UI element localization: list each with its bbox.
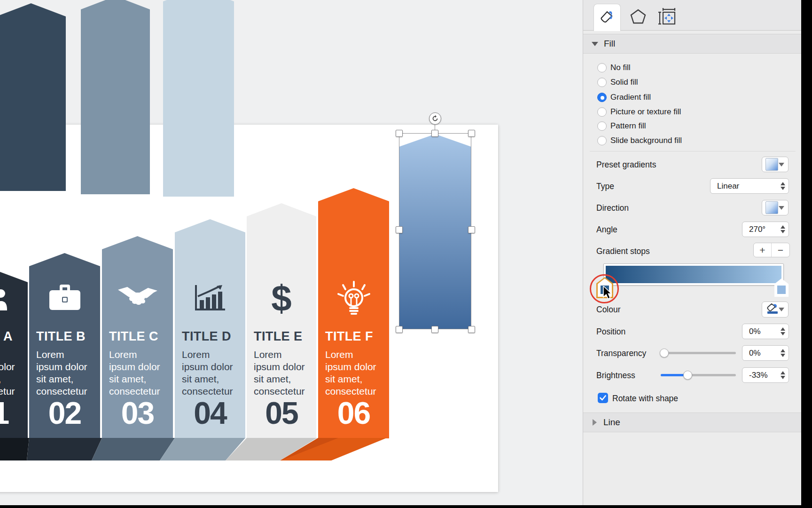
- letterbox-right: [801, 0, 812, 508]
- fill-format-icon: [598, 8, 616, 28]
- brightness-value: -33%: [749, 371, 768, 380]
- tab-size-position[interactable]: [656, 7, 678, 28]
- type-dropdown[interactable]: Linear: [710, 178, 789, 194]
- stepper-arrows[interactable]: [781, 222, 785, 237]
- radio-pattern-fill[interactable]: Pattern fill: [597, 120, 646, 132]
- radio-button[interactable]: [597, 63, 607, 72]
- angle-label: Angle: [596, 225, 617, 235]
- resize-handle-mid-right[interactable]: [468, 226, 475, 233]
- fill-section-title: Fill: [604, 39, 615, 49]
- shape-tall-banner-3[interactable]: [163, 0, 234, 197]
- add-stop-button[interactable]: +: [754, 243, 772, 257]
- transparency-input[interactable]: 0%: [742, 345, 789, 361]
- shape-banner-f[interactable]: [318, 188, 389, 438]
- shape-banner-a[interactable]: [0, 269, 28, 438]
- shape-tall-banner-2[interactable]: [81, 0, 150, 194]
- radio-solid-fill[interactable]: Solid fill: [597, 77, 638, 88]
- radio-slide-background-fill[interactable]: Slide background fill: [597, 135, 682, 146]
- transparency-slider[interactable]: [661, 352, 736, 354]
- chevron-down-icon: [779, 206, 784, 210]
- resize-handle-mid-left[interactable]: [396, 226, 403, 233]
- rotate-with-shape-checkbox[interactable]: [598, 393, 608, 403]
- chevron-down-icon: [779, 163, 784, 167]
- position-input[interactable]: 0%: [742, 324, 789, 339]
- resize-handle-top-left[interactable]: [396, 130, 403, 137]
- gradient-bar[interactable]: [603, 263, 784, 286]
- colour-picker-button[interactable]: [762, 302, 789, 318]
- gradient-stop-100[interactable]: [774, 278, 789, 297]
- tab-fill-format[interactable]: [593, 4, 621, 31]
- size-position-icon: [658, 8, 677, 27]
- type-label: Type: [596, 182, 614, 191]
- radio-no-fill[interactable]: No fill: [597, 62, 631, 73]
- gradient-swatch: [765, 201, 778, 214]
- brightness-input[interactable]: -33%: [742, 367, 789, 383]
- transparency-value: 0%: [749, 349, 761, 358]
- radio-button[interactable]: [597, 107, 607, 117]
- shape-tall-banner-1[interactable]: [0, 3, 66, 191]
- chevron-right-icon: [593, 419, 597, 426]
- radio-gradient-fill[interactable]: Gradient fill: [597, 92, 651, 103]
- panel-tab-bar: [583, 0, 801, 31]
- mouse-cursor: [602, 286, 615, 301]
- fill-section-header[interactable]: Fill: [583, 34, 801, 54]
- position-value: 0%: [749, 327, 761, 336]
- angle-value: 270°: [749, 225, 765, 234]
- stepper-arrows[interactable]: [781, 346, 785, 360]
- radio-button[interactable]: [597, 121, 607, 131]
- rotation-handle[interactable]: [429, 112, 441, 125]
- angle-input[interactable]: 270°: [742, 222, 789, 237]
- line-section-header[interactable]: Line: [583, 413, 801, 432]
- rotate-with-shape-label: Rotate with shape: [612, 394, 678, 404]
- position-label: Position: [596, 327, 625, 337]
- selection-outline: [399, 133, 471, 329]
- tab-shape-format[interactable]: [627, 7, 649, 28]
- shape-banner-d[interactable]: [175, 219, 245, 438]
- brightness-slider-thumb[interactable]: [683, 371, 692, 380]
- transparency-slider-thumb[interactable]: [660, 349, 669, 357]
- stepper-arrows[interactable]: [781, 179, 785, 193]
- divider: [590, 151, 796, 151]
- resize-handle-bottom-left[interactable]: [396, 326, 403, 333]
- app-window: TITLE A Loremipsum dolor sit amet,consec…: [0, 0, 812, 508]
- stepper-arrows[interactable]: [781, 368, 785, 382]
- preset-gradients-label: Preset gradients: [596, 160, 656, 170]
- shape-banner-c[interactable]: [102, 236, 173, 438]
- shape-banner-b[interactable]: [29, 253, 100, 438]
- remove-stop-button[interactable]: −: [772, 243, 789, 257]
- paint-bucket-icon: [766, 303, 780, 317]
- transparency-label: Transparency: [596, 349, 646, 358]
- radio-picture-fill[interactable]: Picture or texture fill: [597, 106, 681, 118]
- gradient-stops-label: Gradient stops: [596, 246, 650, 256]
- brightness-label: Brightness: [596, 371, 635, 381]
- shape-format-icon: [630, 8, 647, 27]
- resize-handle-bottom-center[interactable]: [431, 326, 438, 333]
- radio-button-selected[interactable]: [597, 93, 607, 102]
- letterbox-bottom: [0, 505, 812, 508]
- resize-handle-top-right[interactable]: [468, 130, 475, 137]
- resize-handle-bottom-right[interactable]: [468, 326, 475, 333]
- gradient-swatch: [765, 158, 778, 171]
- gradient-stop-buttons: + −: [753, 243, 790, 257]
- colour-label: Colour: [596, 305, 621, 315]
- resize-handle-top-center[interactable]: [431, 130, 438, 137]
- chevron-down-icon: [592, 42, 598, 46]
- radio-button[interactable]: [597, 78, 607, 87]
- direction-label: Direction: [596, 203, 629, 213]
- direction-dropdown[interactable]: [762, 200, 789, 215]
- chevron-down-icon: [779, 308, 784, 311]
- line-section-title: Line: [603, 417, 620, 428]
- radio-button[interactable]: [597, 136, 607, 145]
- gradient-bar-preview: [606, 266, 781, 283]
- preset-gradients-dropdown[interactable]: [762, 157, 789, 172]
- format-panel: Fill No fill Solid fill Gradient fill Pi…: [583, 0, 801, 508]
- type-value: Linear: [717, 182, 739, 191]
- banner-folds: [0, 438, 395, 461]
- stop-color-chip: [777, 286, 786, 294]
- stepper-arrows[interactable]: [781, 324, 785, 339]
- shape-banner-e[interactable]: [247, 203, 316, 438]
